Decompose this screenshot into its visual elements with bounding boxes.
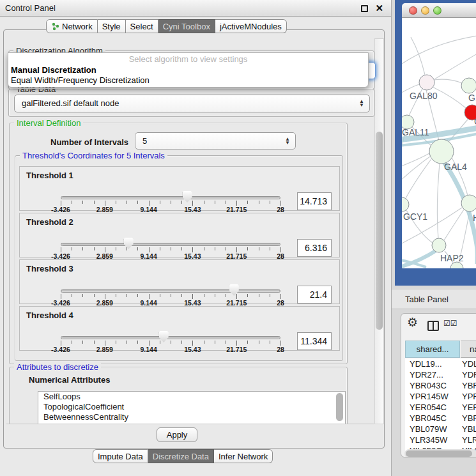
attribute-item[interactable]: SelfLoops [38, 392, 345, 402]
node-label-GCY1: GCY1 [403, 211, 427, 222]
slider-tick [137, 201, 138, 204]
slider-tick [160, 201, 160, 204]
cell-shared-name[interactable]: YBL079W [405, 424, 461, 434]
zoom-traffic-light-icon[interactable] [433, 6, 441, 15]
slider-track[interactable] [61, 243, 280, 246]
tab-select[interactable]: Select [126, 19, 158, 33]
minimize-traffic-light-icon[interactable] [421, 6, 429, 15]
column-header-name[interactable]: na [461, 341, 476, 358]
slider-track[interactable] [61, 336, 280, 339]
network-node-GCY1[interactable] [402, 197, 409, 211]
column-checkboxes-icon[interactable]: ☑☑ [443, 319, 457, 328]
thresholds-group: Threshold's Coordinates for 5 Intervals … [15, 155, 343, 361]
node-label-HAP2: HAP2 [440, 253, 464, 263]
table-data-combobox[interactable]: galFiltered.sif default node ▲▼ [14, 95, 370, 112]
cell-shared-name[interactable]: YBR043C [405, 380, 461, 391]
float-window-icon[interactable] [361, 5, 368, 12]
attribute-item[interactable]: TopologicalCoefficient [38, 402, 345, 412]
table-row[interactable]: YER054CYER0 [405, 402, 476, 413]
close-icon[interactable]: ✕ [375, 3, 383, 14]
settings-scrollbar-thumb[interactable] [376, 132, 383, 330]
network-node-right-node[interactable] [461, 195, 476, 211]
threshold-3-value-field[interactable] [297, 286, 332, 303]
table-row[interactable]: YDL19...YDL1 [405, 358, 476, 369]
slider-tick [247, 341, 248, 344]
tab-network-label: Network [62, 22, 93, 31]
slider-tick [94, 341, 95, 344]
slider-tick [149, 201, 150, 206]
network-canvas[interactable]: GAL80G.CGAL11GAL4GCY1HHAP2 [402, 18, 476, 268]
slider-track[interactable] [61, 289, 280, 293]
slider-tick [171, 201, 171, 204]
slider-tick [72, 341, 72, 344]
cell-name[interactable]: YBR0 [461, 380, 476, 391]
cell-name[interactable]: YDR2 [461, 369, 476, 380]
table-row[interactable]: YBR045CYBR0 [405, 413, 476, 424]
slider-tick [61, 341, 61, 346]
table-panel-container: ⚙ ☑☑ shared... na YDL19...YDL1YDR27...YD… [401, 313, 476, 457]
slider-track[interactable] [61, 196, 280, 199]
attribute-item[interactable]: BetweennessCentrality [38, 412, 345, 422]
cell-shared-name[interactable]: YDR27... [405, 369, 461, 380]
threshold-2-value-field[interactable] [297, 239, 332, 257]
slider-tick-label: 28 [277, 346, 284, 353]
cell-shared-name[interactable]: YER054C [405, 402, 461, 413]
apply-button[interactable]: Apply [157, 427, 197, 442]
threshold-4-slider[interactable]: -3.4262.8599.14415.4321.71528 [61, 330, 280, 351]
slider-tick [259, 341, 259, 344]
table-row[interactable]: YLR345WYLR3 [405, 434, 476, 445]
threshold-1-value-field[interactable] [297, 192, 332, 210]
cell-name[interactable]: YBL0 [461, 424, 476, 434]
tab-cyni-toolbox[interactable]: Cyni Toolbox [158, 19, 215, 33]
slider-tick [236, 247, 237, 252]
slider-tick [72, 201, 72, 204]
list-scrollbar-thumb[interactable] [336, 393, 343, 421]
cell-name[interactable]: YBR0 [461, 413, 476, 424]
cell-shared-name[interactable]: YPR145W [405, 391, 461, 402]
cell-name[interactable]: YER0 [461, 402, 476, 413]
gear-icon[interactable]: ⚙ [407, 315, 418, 330]
algorithm-option-manual[interactable]: Manual Discretization [11, 65, 96, 75]
table-hscrollbar[interactable] [404, 449, 476, 457]
settings-scrollbar[interactable] [374, 38, 384, 424]
tab-network[interactable]: Network [46, 19, 98, 33]
node-label-GAL80: GAL80 [410, 91, 438, 101]
slider-tick [181, 247, 182, 250]
cell-shared-name[interactable]: YBR045C [405, 413, 461, 424]
slider-tick [105, 201, 105, 206]
network-node-HAP2[interactable] [432, 238, 446, 252]
slider-tick-labels: -3.4262.8599.14415.4321.71528 [61, 346, 280, 353]
tab-jactivemnodules[interactable]: jActiveMNodules [215, 19, 287, 33]
threshold-3-slider[interactable]: -3.4262.8599.14415.4321.71528 [61, 283, 280, 305]
threshold-2-slider[interactable]: -3.4262.8599.14415.4321.71528 [61, 236, 280, 258]
cell-name[interactable]: YDL1 [461, 358, 476, 369]
cell-shared-name[interactable]: YDL19... [405, 358, 461, 369]
tab-discretize-data[interactable]: Discretize Data [148, 449, 214, 463]
tab-infer-network[interactable]: Infer Network [214, 449, 273, 463]
table-row[interactable]: YDR27...YDR2 [405, 369, 476, 380]
algorithm-option-equal-width[interactable]: Equal Width/Frequency Discretization [11, 75, 150, 85]
slider-tick [204, 341, 204, 344]
threshold-1-box: Threshold 1 -3.4262.8599.14415.4321.7152… [19, 166, 340, 211]
table-hscrollbar-thumb[interactable] [406, 450, 472, 457]
table-row[interactable]: YPR145WYPR1 [405, 391, 476, 402]
table-row[interactable]: YBL079WYBL0 [405, 424, 476, 434]
threshold-1-slider[interactable]: -3.4262.8599.14415.4321.71528 [61, 190, 280, 211]
network-node-top-right[interactable] [461, 78, 476, 93]
close-traffic-light-icon[interactable] [409, 6, 417, 15]
table-panel-bar: Table Panel [392, 289, 476, 309]
column-header-shared-name[interactable]: shared... [405, 341, 460, 358]
slider-tick [160, 341, 160, 344]
cell-name[interactable]: YPR1 [461, 391, 476, 402]
split-view-icon[interactable] [427, 321, 439, 331]
tab-style[interactable]: Style [98, 19, 126, 33]
cell-shared-name[interactable]: YLR345W [405, 434, 461, 445]
number-of-intervals-combobox[interactable]: 5 ▲▼ [135, 132, 296, 150]
slider-tick [192, 294, 193, 299]
threshold-4-value-field[interactable] [297, 332, 332, 350]
cell-name[interactable]: YLR3 [461, 434, 476, 445]
tab-impute-data[interactable]: Impute Data [93, 449, 148, 463]
table-row[interactable]: YBR043CYBR0 [405, 380, 476, 391]
network-node-GAL80[interactable] [419, 75, 434, 90]
network-node-GAL4[interactable] [429, 139, 454, 164]
